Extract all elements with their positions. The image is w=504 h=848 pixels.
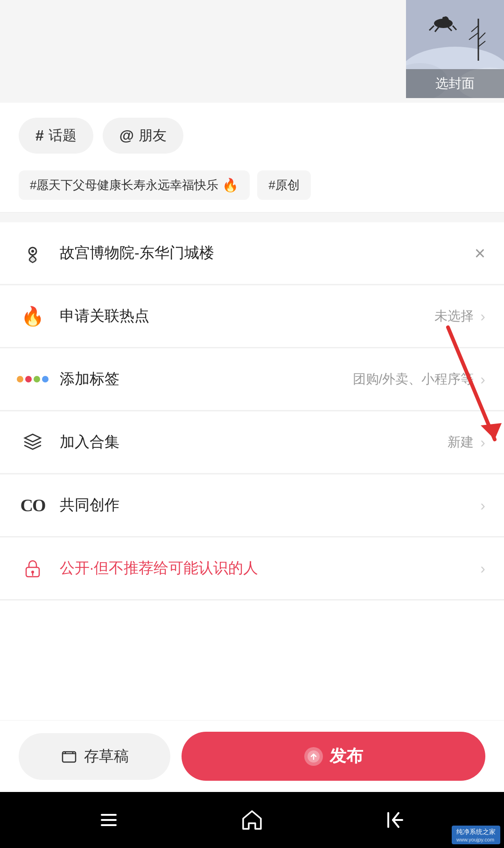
co-create-label: 共同创作 [60,495,478,516]
hotspot-row[interactable]: 🔥 申请关联热点 未选择 › [0,285,504,347]
hashtag-text-2: #原创 [268,177,299,193]
list-section: 故宫博物院-东华门城楼 × 🔥 申请关联热点 未选择 › [0,222,504,601]
privacy-label: 公开·但不推荐给可能认识的人 [60,558,478,579]
hotspot-value: 未选择 [434,307,474,325]
hashtag-chip-2[interactable]: #原创 [257,170,310,200]
save-draft-button[interactable]: 存草稿 [19,733,170,780]
cover-label: 选封面 [435,76,475,91]
collection-chevron: › [480,434,485,451]
section-sep-1 [0,213,504,222]
cover-thumbnail[interactable]: 选封面 [406,0,504,98]
co-create-row[interactable]: CO 共同创作 › [0,474,504,537]
tags-row[interactable]: 添加标签 团购/外卖、小程序等 › [0,348,504,410]
hotspot-label: 申请关联热点 [60,306,434,326]
publish-button[interactable]: 发布 [182,732,485,781]
top-image-area: 选封面 [0,0,504,103]
watermark: 纯净系统之家 www.youjpy.com [452,826,500,844]
co-create-chevron: › [480,497,485,514]
privacy-row[interactable]: 公开·但不推荐给可能认识的人 › [0,537,504,600]
tags-label: 添加标签 [60,369,353,389]
upload-icon [304,747,323,766]
flame-icon: 🔥 [19,302,47,330]
at-button[interactable]: @ 朋友 [103,118,183,154]
collection-value: 新建 [448,433,474,451]
lock-icon [19,554,47,582]
nav-back-icon[interactable] [384,808,407,832]
tag-row: # 话题 @ 朋友 [0,103,504,163]
at-label: 朋友 [139,126,167,145]
fire-icon-1: 🔥 [222,177,238,193]
hotspot-chevron: › [480,308,485,325]
hashtag-chip-1[interactable]: #愿天下父母健康长寿永远幸福快乐 🔥 [19,170,250,200]
dots-icon [19,365,47,393]
bottom-nav [0,792,504,848]
svg-point-17 [31,250,34,253]
layers-icon [19,428,47,456]
privacy-chevron: › [480,560,485,577]
draft-icon [61,748,77,765]
location-row[interactable]: 故宫博物院-东华门城楼 × [0,222,504,284]
hashtag-text-1: #愿天下父母健康长寿永远幸福快乐 [30,177,218,193]
cover-overlay[interactable]: 选封面 [406,69,504,98]
svg-rect-15 [442,17,447,22]
nav-home-icon[interactable] [239,807,265,833]
location-close-icon[interactable]: × [475,243,485,264]
bottom-action-bar: 存草稿 发布 [0,720,504,792]
location-icon [19,239,47,267]
hashtag-button[interactable]: # 话题 [19,118,93,154]
collection-label: 加入合集 [60,432,448,452]
bottom-spacer [0,601,504,694]
collection-row[interactable]: 加入合集 新建 › [0,411,504,473]
co-icon: CO [19,491,47,519]
tags-value: 团购/外卖、小程序等 [353,370,474,388]
hashtag-label: 话题 [49,126,77,145]
at-symbol: @ [119,127,134,144]
tags-chevron: › [480,371,485,388]
nav-menu-icon[interactable] [97,808,120,832]
hash-symbol: # [35,127,44,144]
publish-label: 发布 [329,745,363,768]
location-label: 故宫博物院-东华门城楼 [60,243,475,263]
save-draft-label: 存草稿 [84,746,129,767]
hashtag-scroll-area: #愿天下父母健康长寿永远幸福快乐 🔥 #原创 [0,163,504,212]
